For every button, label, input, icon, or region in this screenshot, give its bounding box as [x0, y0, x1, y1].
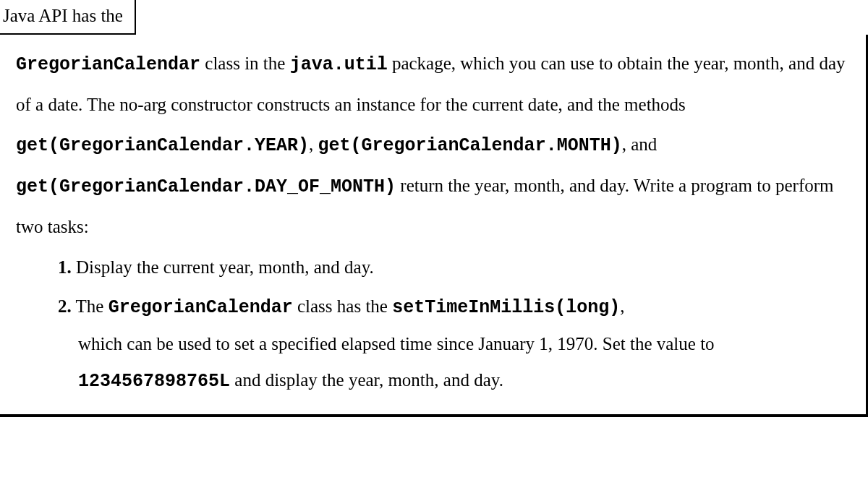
task-2-seg2: class has the [293, 296, 392, 316]
task-2-seg1: The [72, 296, 109, 316]
paragraph-1: GregorianCalendar class in the java.util… [16, 43, 846, 246]
text-seg-1: class in the [200, 53, 290, 73]
text-seg-4: , and [622, 134, 658, 154]
task-item-1: 1. Display the current year, month, and … [58, 249, 846, 286]
code-get-year: get(GregorianCalendar.YEAR) [16, 135, 309, 156]
task-item-2: 2. The GregorianCalendar class has the s… [58, 288, 846, 400]
task-2-seg3: , [620, 296, 624, 316]
code-settimeinmillis: setTimeInMillis(long) [392, 297, 620, 318]
code-get-day: get(GregorianCalendar.DAY_OF_MONTH) [16, 176, 396, 197]
task-list: 1. Display the current year, month, and … [16, 249, 846, 400]
text-seg-3: , [309, 134, 318, 154]
code-gregorian-calendar: GregorianCalendar [16, 54, 200, 75]
code-long-value: 1234567898765L [78, 371, 230, 392]
task-1-text: Display the current year, month, and day… [72, 257, 374, 277]
header-lead-box: Java API has the [0, 0, 136, 35]
code-java-util: java.util [290, 54, 388, 75]
code-get-month: get(GregorianCalendar.MONTH) [318, 135, 622, 156]
task-number-2: 2. [58, 296, 72, 316]
task-2-seg3b: which can be used to set a specified ela… [78, 334, 715, 353]
main-content: GregorianCalendar class in the java.util… [0, 35, 868, 417]
header-lead-text: Java API has the [3, 6, 123, 25]
task-number-1: 1. [58, 257, 72, 277]
task-2-continuation: which can be used to set a specified ela… [58, 326, 846, 400]
code-gregorian-calendar-2: GregorianCalendar [109, 297, 293, 318]
task-2-seg4: and display the year, month, and day. [230, 370, 503, 390]
